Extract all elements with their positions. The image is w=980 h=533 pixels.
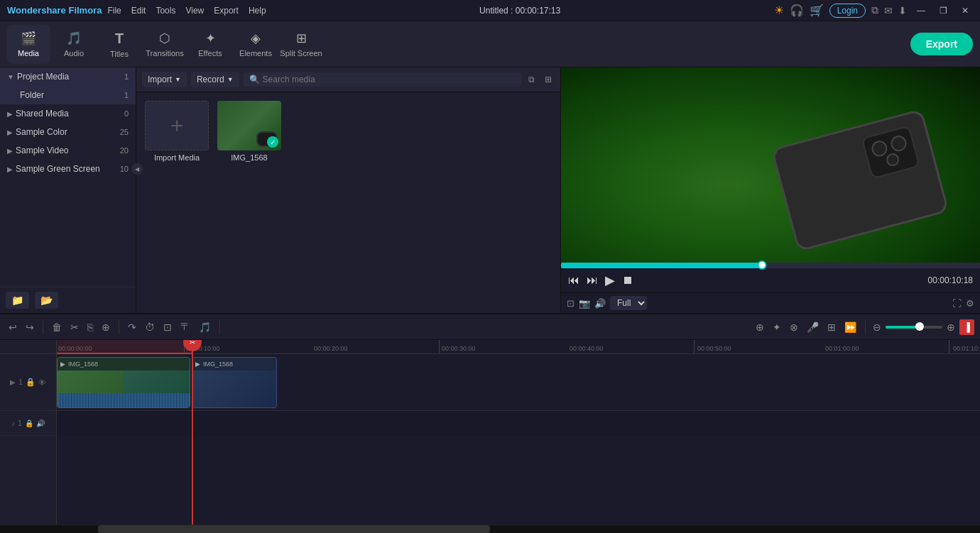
menu-edit[interactable]: Edit — [131, 6, 146, 16]
redo-button[interactable]: ↪ — [23, 319, 37, 336]
copy-button[interactable]: ⎘ — [85, 319, 96, 336]
eye-icon[interactable]: 👁 — [38, 378, 46, 387]
crop-icon[interactable]: ⊡ — [567, 298, 575, 309]
zoom-out-icon[interactable]: ⊖ — [871, 320, 883, 334]
menu-file[interactable]: File — [107, 6, 121, 16]
skip-back-button[interactable]: ⏮ — [568, 274, 579, 287]
stop-button[interactable]: ⏹ — [622, 274, 633, 287]
voice-icon[interactable]: 🎤 — [804, 319, 822, 336]
sample-color-count: 25 — [120, 128, 129, 136]
close-button[interactable]: ✕ — [957, 4, 973, 17]
add-folder-button[interactable]: 📁 — [6, 292, 29, 309]
mask-icon[interactable]: ⊗ — [787, 319, 801, 336]
record-button[interactable]: Record ▼ — [191, 72, 239, 87]
sun-icon[interactable]: ☀ — [774, 4, 784, 17]
search-input[interactable] — [263, 75, 516, 84]
playhead-line: ✂ — [192, 340, 193, 524]
speed-icon[interactable]: ⏩ — [842, 319, 859, 336]
audio-label: Audio — [64, 49, 84, 57]
grid-icon[interactable]: ⊞ — [542, 72, 555, 87]
beautify-icon[interactable]: ✦ — [770, 319, 784, 336]
headphone-icon[interactable]: 🎧 — [790, 4, 804, 17]
toolbar-transitions[interactable]: ⬡ Transitions — [143, 25, 186, 64]
seekbar-handle[interactable] — [758, 260, 767, 270]
project-media-count: 1 — [124, 72, 129, 81]
toolbar-splitscreen[interactable]: ⊞ Split Screen — [280, 25, 322, 64]
toolbar-elements[interactable]: ◈ Elements — [234, 25, 277, 64]
preview-seekbar[interactable] — [561, 263, 980, 268]
timeline: ↩ ↪ 🗑 ✂ ⎘ ⊕ ↷ ⏱ ⊡ 〒 🎵 ⊕ ✦ ⊗ 🎤 ⊞ ⏩ ⊖ ⊕ ▐ — [0, 313, 980, 533]
undo-button[interactable]: ↩ — [6, 319, 20, 336]
import-media-item[interactable]: + Import Media — [145, 101, 209, 162]
chevron-right-icon4: ▶ — [7, 165, 13, 173]
sidebar-item-sample-color[interactable]: ▶ Sample Color 25 — [0, 123, 136, 141]
snapshot-icon[interactable]: 📷 — [579, 298, 590, 309]
fullscreen-icon[interactable]: ⛶ — [952, 298, 962, 309]
transitions-label: Transitions — [146, 49, 183, 57]
export-button[interactable]: Export — [910, 33, 973, 55]
minimize-button[interactable]: — — [913, 4, 930, 17]
sidebar-item-shared-media[interactable]: ▶ Shared Media 0 — [0, 104, 136, 123]
sidebar-item-folder[interactable]: Folder 1 — [0, 86, 136, 104]
menu-view[interactable]: View — [185, 6, 204, 16]
ruler-50: 00:00:50:00 — [697, 345, 731, 352]
media-file-img1568[interactable]: ✓ IMG_1568 — [217, 101, 281, 162]
stabilize-button[interactable]: 〒 — [178, 318, 193, 336]
add-track-button[interactable]: ⊕ — [753, 319, 767, 336]
zoom-slider[interactable] — [886, 326, 942, 329]
volume-icon[interactable]: 🔊 — [594, 298, 606, 309]
lock-icon[interactable]: 🔒 — [26, 378, 36, 387]
crop2-button[interactable]: ⊡ — [160, 319, 175, 336]
add-item-button[interactable]: 📂 — [35, 292, 58, 309]
scrollbar-thumb[interactable] — [98, 525, 490, 533]
share-icon[interactable]: ⧉ — [871, 4, 878, 16]
filter-icon[interactable]: ⧉ — [526, 72, 538, 87]
subtitle-icon[interactable]: ⊞ — [824, 319, 839, 336]
shared-media-count: 0 — [124, 109, 129, 118]
envelope-icon[interactable]: ✉ — [884, 5, 893, 16]
audio-mute-icon[interactable]: 🔊 — [36, 419, 45, 427]
frame-back-button[interactable]: ⏭ — [587, 274, 598, 287]
toolbar-titles[interactable]: T Titles — [98, 25, 141, 64]
search-box[interactable]: 🔍 — [244, 72, 521, 87]
motion-button[interactable]: ↷ — [125, 319, 139, 336]
video-clip-1[interactable]: ▶ IMG_1568 — [57, 357, 190, 408]
quality-select[interactable]: Full — [610, 296, 647, 310]
separator2 — [119, 320, 119, 334]
menu-tools[interactable]: Tools — [156, 6, 175, 16]
menu-export[interactable]: Export — [214, 6, 239, 16]
cut-button[interactable]: ✂ — [67, 319, 82, 336]
delete-button[interactable]: 🗑 — [49, 319, 65, 336]
sidebar-item-sample-video[interactable]: ▶ Sample Video 20 — [0, 141, 136, 160]
audio-track-num: 1 — [18, 419, 22, 427]
toolbar-audio[interactable]: 🎵 Audio — [53, 25, 95, 64]
video-track-row: ▶ IMG_1568 ▶ IMG_1568 — [57, 354, 980, 411]
zoom-in-icon[interactable]: ⊕ — [945, 320, 957, 334]
video-clip-2[interactable]: ▶ IMG_1568 — [192, 357, 277, 408]
play-button[interactable]: ▶ — [605, 273, 615, 288]
cart-icon[interactable]: 🛒 — [810, 4, 824, 17]
toolbar-media[interactable]: 🎬 Media — [7, 25, 50, 64]
timeline-scrollbar[interactable] — [0, 524, 980, 533]
zoom-handle — [915, 322, 924, 331]
sidebar-item-project-media[interactable]: ▼ Project Media 1 — [0, 67, 136, 86]
audio-lock-icon[interactable]: 🔒 — [25, 419, 33, 427]
settings-icon[interactable]: ⚙ — [966, 298, 974, 309]
ruler-spacer — [0, 340, 56, 354]
check-icon: ✓ — [267, 136, 278, 148]
preview-controls: ⏮ ⏭ ▶ ⏹ 00:00:10:18 — [561, 268, 980, 292]
download-icon[interactable]: ⬇ — [898, 5, 907, 16]
audio-button[interactable]: 🎵 — [196, 319, 214, 336]
effects-label: Effects — [198, 49, 222, 57]
login-button[interactable]: Login — [829, 4, 866, 18]
menu-bar: File Edit Tools View Export Help — [107, 6, 266, 16]
maximize-button[interactable]: ❐ — [935, 4, 952, 17]
sample-green-label: Sample Green Screen — [16, 164, 120, 174]
menu-help[interactable]: Help — [249, 6, 266, 16]
add-marker-button[interactable]: ⊕ — [99, 319, 113, 336]
collapse-icon[interactable]: ▐ — [959, 319, 974, 335]
sidebar-item-sample-green[interactable]: ▶ Sample Green Screen 10 — [0, 160, 136, 178]
import-button[interactable]: Import ▼ — [142, 72, 187, 87]
timer-button[interactable]: ⏱ — [142, 319, 158, 336]
toolbar-effects[interactable]: ✦ Effects — [189, 25, 232, 64]
